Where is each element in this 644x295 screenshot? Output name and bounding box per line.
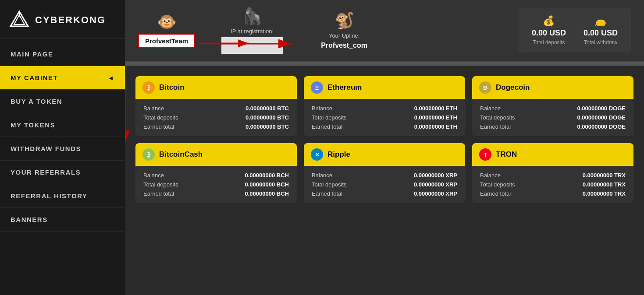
card-eth-body: Balance 0.00000000 ETH Total deposits 0.…	[304, 99, 465, 136]
sidebar: CYBERKONG MAIN PAGE MY CABINET BUY A TOK…	[0, 0, 125, 295]
trx-deposits-row: Total deposits 0.00000000 TRX	[480, 181, 626, 188]
trx-balance-label: Balance	[480, 172, 501, 179]
xrp-earned-row: Earned total 0.00000000 XRP	[312, 190, 457, 197]
card-bitcoin: ₿ Bitcoin Balance 0.00000000 BTC Total d…	[135, 76, 297, 136]
btc-deposits-label: Total deposits	[143, 114, 178, 121]
btc-balance-row: Balance 0.00000000 BTC	[143, 105, 289, 112]
bch-balance-label: Balance	[143, 172, 164, 179]
card-bitcoincash: ₿ BitcoinCash Balance 0.00000000 BCH Tot…	[135, 143, 297, 203]
ip-monkey-icon: 🦍	[242, 7, 262, 25]
card-eth-header: Ξ Ethereum	[304, 76, 465, 99]
withdraw-label: Total withdraw	[584, 39, 617, 46]
bch-icon: ₿	[142, 148, 155, 161]
btc-earned-value: 0.00000000 BTC	[246, 123, 289, 130]
sidebar-item-my-tokens[interactable]: MY TOKENS	[0, 113, 125, 137]
btc-earned-row: Earned total 0.00000000 BTC	[143, 123, 289, 130]
header-section: 🐵 ProfvestTeam 🦍 IP at registration:	[125, 0, 644, 62]
doge-deposits-row: Total deposits 0.00000000 DOGE	[480, 114, 626, 121]
cards-row-1: ₿ Bitcoin Balance 0.00000000 BTC Total d…	[135, 76, 633, 136]
doge-earned-label: Earned total	[480, 123, 511, 130]
xrp-deposits-label: Total deposits	[312, 181, 347, 188]
withdraw-value: 0.00 USD	[584, 28, 618, 38]
card-ethereum: Ξ Ethereum Balance 0.00000000 ETH Total …	[304, 76, 465, 136]
doge-earned-row: Earned total 0.00000000 DOGE	[480, 123, 626, 130]
card-xrp-header: ✕ Ripple	[304, 143, 465, 166]
card-doge-body: Balance 0.00000000 DOGE Total deposits 0…	[472, 99, 633, 136]
card-ripple: ✕ Ripple Balance 0.00000000 XRP Total de…	[304, 143, 465, 203]
bch-earned-label: Earned total	[143, 190, 174, 197]
upline-label: Your Upline:	[329, 32, 359, 39]
sidebar-item-buy-a-token[interactable]: BUY A TOKEN	[0, 90, 125, 113]
total-deposits-block: 💰 0.00 USD Total deposits	[532, 15, 566, 46]
eth-earned-row: Earned total 0.00000000 ETH	[312, 123, 457, 130]
doge-icon: Ð	[479, 81, 491, 94]
divider	[125, 62, 644, 66]
bch-balance-row: Balance 0.00000000 BCH	[143, 172, 289, 179]
xrp-deposits-row: Total deposits 0.00000000 XRP	[312, 181, 457, 188]
card-doge-header: Ð Dogecoin	[472, 76, 633, 99]
card-bitcoin-header: ₿ Bitcoin	[135, 76, 297, 99]
doge-balance-label: Balance	[480, 105, 501, 112]
logo-block: CYBERKONG	[0, 0, 125, 39]
logo-icon	[9, 10, 30, 31]
upline-name: Profvest_com	[321, 42, 367, 49]
ip-label: IP at registration:	[231, 28, 274, 35]
eth-balance-value: 0.00000000 ETH	[414, 105, 457, 112]
sidebar-nav: MAIN PAGE MY CABINET BUY A TOKEN MY TOKE…	[0, 42, 125, 232]
app-title: CYBERKONG	[35, 14, 106, 26]
xrp-name: Ripple	[327, 150, 350, 159]
ip-input[interactable]	[221, 37, 283, 54]
sidebar-item-main-page[interactable]: MAIN PAGE	[0, 42, 125, 66]
bch-earned-row: Earned total 0.00000000 BCH	[143, 190, 289, 197]
main-content: 🐵 ProfvestTeam 🦍 IP at registration:	[125, 0, 644, 295]
btc-name: Bitcoin	[159, 83, 185, 92]
card-bch-body: Balance 0.00000000 BCH Total deposits 0.…	[135, 166, 297, 203]
xrp-balance-value: 0.00000000 XRP	[414, 172, 457, 179]
sidebar-item-withdraw-funds[interactable]: WITHDRAW FUNDS	[0, 137, 125, 161]
trx-balance-value: 0.00000000 TRX	[583, 172, 626, 179]
card-tron: T TRON Balance 0.00000000 TRX Total depo…	[472, 143, 633, 203]
cards-row-2: ₿ BitcoinCash Balance 0.00000000 BCH Tot…	[135, 143, 633, 203]
content-area: ₿ Bitcoin Balance 0.00000000 BTC Total d…	[125, 66, 644, 295]
eth-deposits-label: Total deposits	[312, 114, 347, 121]
eth-deposits-value: 0.00000000 ETH	[414, 114, 457, 121]
sidebar-item-your-referrals[interactable]: YOUR REFERRALS	[0, 161, 125, 184]
card-trx-body: Balance 0.00000000 TRX Total deposits 0.…	[472, 166, 633, 203]
xrp-icon: ✕	[311, 148, 323, 161]
doge-name: Dogecoin	[496, 83, 530, 92]
btc-balance-label: Balance	[143, 105, 164, 112]
btc-balance-value: 0.00000000 BTC	[246, 105, 289, 112]
trx-name: TRON	[496, 150, 517, 159]
sidebar-item-referral-history[interactable]: REFERRAL HISTORY	[0, 184, 125, 208]
upline-block: 🐒 Your Upline: Profvest_com	[309, 11, 379, 49]
bch-deposits-label: Total deposits	[143, 181, 178, 188]
username-box[interactable]: ProfvestTeam	[138, 34, 195, 48]
trx-deposits-value: 0.00000000 TRX	[583, 181, 626, 188]
eth-name: Ethereum	[327, 83, 362, 92]
eth-earned-label: Earned total	[312, 123, 342, 130]
doge-deposits-value: 0.00000000 DOGE	[577, 114, 626, 121]
card-dogecoin: Ð Dogecoin Balance 0.00000000 DOGE Total…	[472, 76, 633, 136]
deposits-label: Total deposits	[533, 39, 565, 46]
withdraw-icon: 👝	[594, 15, 606, 27]
trx-icon: T	[479, 148, 491, 161]
xrp-earned-value: 0.00000000 XRP	[414, 190, 457, 197]
ip-block: 🦍 IP at registration:	[213, 7, 292, 54]
card-bitcoin-body: Balance 0.00000000 BTC Total deposits 0.…	[135, 99, 297, 136]
eth-earned-value: 0.00000000 ETH	[414, 123, 457, 130]
sidebar-item-my-cabinet[interactable]: MY CABINET	[0, 66, 125, 90]
btc-earned-label: Earned total	[143, 123, 174, 130]
upline-monkey-icon: 🐒	[334, 11, 354, 30]
trx-earned-label: Earned total	[480, 190, 511, 197]
sidebar-item-banners[interactable]: BANNERS	[0, 208, 125, 232]
eth-balance-label: Balance	[312, 105, 332, 112]
doge-balance-value: 0.00000000 DOGE	[577, 105, 626, 112]
xrp-earned-label: Earned total	[312, 190, 342, 197]
bch-name: BitcoinCash	[159, 150, 203, 159]
deposits-icon: 💰	[543, 15, 555, 27]
bch-balance-value: 0.00000000 BCH	[245, 172, 289, 179]
bch-earned-value: 0.00000000 BCH	[245, 190, 289, 197]
btc-icon: ₿	[142, 81, 155, 94]
eth-icon: Ξ	[311, 81, 323, 94]
user-monkey-icon: 🐵	[157, 13, 177, 31]
